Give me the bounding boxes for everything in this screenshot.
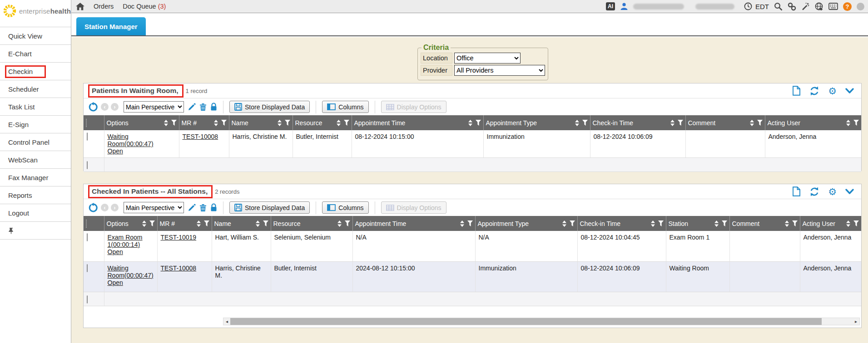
column-header-appointment-type[interactable]: Appointment Type — [483, 115, 590, 130]
filter-icon[interactable] — [853, 220, 859, 226]
sort-icon[interactable] — [846, 120, 850, 126]
sort-icon[interactable] — [214, 120, 218, 126]
column-header-check-in-time[interactable]: Check-in Time — [590, 115, 685, 130]
provider-select[interactable]: All Providers — [454, 65, 545, 76]
column-header-station[interactable]: Station — [666, 216, 729, 231]
new-page-icon[interactable] — [792, 86, 801, 96]
station-timer-link[interactable]: Waiting Room(00:00:47) — [108, 265, 154, 279]
nav-forward-icon[interactable]: › — [111, 204, 119, 211]
sort-icon[interactable] — [278, 120, 282, 126]
location-select[interactable]: Office — [454, 53, 521, 64]
sort-icon[interactable] — [846, 220, 850, 227]
filter-icon[interactable] — [345, 220, 350, 226]
column-header-acting-user[interactable]: Acting User — [800, 216, 861, 231]
open-link[interactable]: Open — [108, 248, 123, 255]
sort-icon[interactable] — [337, 120, 341, 126]
filter-icon[interactable] — [221, 120, 227, 126]
nav-orders[interactable]: Orders — [94, 3, 114, 10]
sort-icon[interactable] — [575, 120, 579, 126]
scroll-left-icon[interactable]: ◂ — [223, 318, 230, 325]
sidebar-item-logout[interactable]: Logout — [0, 204, 71, 222]
gear-icon[interactable]: ⚙ — [828, 86, 837, 96]
sort-icon[interactable] — [651, 220, 655, 227]
undo-icon[interactable] — [89, 203, 99, 213]
keyboard-icon[interactable] — [828, 3, 838, 10]
column-header-appointment-time[interactable]: Appointment Time — [352, 216, 475, 231]
filter-icon[interactable] — [285, 120, 290, 126]
lock-icon[interactable] — [210, 103, 217, 111]
chevron-down-icon[interactable] — [845, 189, 854, 195]
undo-icon[interactable] — [89, 102, 99, 112]
sidebar-item-task-list[interactable]: Task List — [0, 98, 71, 116]
filter-icon[interactable] — [722, 220, 727, 226]
column-header-mr-[interactable]: MR # — [179, 115, 229, 130]
user-icon[interactable] — [620, 2, 628, 10]
mr-number-link[interactable]: TEST-10008 — [161, 265, 197, 272]
nav-back-icon[interactable]: ‹ — [101, 204, 109, 211]
sidebar-item-reports[interactable]: Reports — [0, 186, 71, 204]
filter-icon[interactable] — [658, 220, 664, 226]
sidebar-item-e-sign[interactable]: E-Sign — [0, 116, 71, 133]
home-icon[interactable] — [76, 3, 84, 10]
perspective-select[interactable]: Main Perspective — [124, 202, 184, 213]
chevron-down-icon[interactable] — [845, 88, 854, 94]
ai-badge[interactable]: AI — [606, 2, 615, 10]
column-header-appointment-type[interactable]: Appointment Type — [475, 216, 577, 231]
sort-icon[interactable] — [750, 120, 754, 126]
open-link[interactable]: Open — [108, 147, 123, 155]
column-header-appointment-time[interactable]: Appointment Time — [352, 115, 483, 130]
sidebar-item-control-panel[interactable]: Control Panel — [0, 133, 71, 151]
column-header-mr-[interactable]: MR # — [157, 216, 212, 231]
filter-icon[interactable] — [149, 220, 155, 226]
filter-icon[interactable] — [171, 120, 177, 126]
row-checkbox[interactable] — [87, 161, 88, 169]
filter-icon[interactable] — [476, 120, 481, 126]
columns-button[interactable]: Columns — [322, 101, 368, 113]
delete-trash-icon[interactable] — [199, 203, 207, 212]
sort-icon[interactable] — [670, 120, 675, 126]
store-displayed-data-button[interactable]: Store Displayed Data — [229, 101, 310, 113]
nav-forward-icon[interactable]: › — [111, 103, 119, 111]
column-header-comment[interactable]: Comment — [729, 216, 800, 231]
column-header-name[interactable]: Name — [212, 216, 271, 231]
sort-icon[interactable] — [562, 220, 566, 227]
perspective-select[interactable]: Main Perspective — [124, 101, 184, 113]
sort-icon[interactable] — [256, 220, 260, 227]
sidebar-item-quick-view[interactable]: Quick View — [0, 27, 71, 45]
filter-icon[interactable] — [678, 120, 683, 126]
station-timer-link[interactable]: Waiting Room(00:00:47) — [108, 133, 154, 147]
filter-icon[interactable] — [263, 220, 268, 226]
filter-icon[interactable] — [570, 220, 575, 226]
column-header-comment[interactable]: Comment — [685, 115, 765, 130]
filter-icon[interactable] — [853, 120, 859, 126]
column-header-options[interactable]: Options — [104, 216, 157, 231]
row-checkbox[interactable] — [87, 132, 88, 141]
scroll-right-icon[interactable]: ▸ — [853, 318, 859, 325]
sort-icon[interactable] — [142, 220, 146, 227]
help-icon[interactable]: ? — [843, 2, 852, 11]
sidebar-item-scheduler[interactable]: Scheduler — [0, 80, 71, 98]
sort-icon[interactable] — [164, 120, 168, 126]
sort-icon[interactable] — [337, 220, 342, 227]
sort-icon[interactable] — [460, 220, 464, 227]
edit-pencil-icon[interactable] — [188, 103, 196, 111]
search-icon[interactable] — [774, 2, 783, 11]
edit-pencil-icon[interactable] — [188, 204, 196, 212]
pin-icon[interactable] — [8, 227, 14, 234]
mr-number-link[interactable]: TEST-10019 — [161, 234, 197, 241]
row-checkbox[interactable] — [87, 295, 88, 304]
lock-icon[interactable] — [210, 203, 217, 212]
scrollbar-thumb[interactable] — [230, 318, 822, 325]
filter-icon[interactable] — [792, 220, 798, 226]
station-timer-link[interactable]: Exam Room 1(00:00:14) — [108, 234, 143, 248]
column-header-resource[interactable]: Resource — [293, 115, 352, 130]
tab-station-manager[interactable]: Station Manager — [76, 17, 146, 35]
select-all-checkbox[interactable] — [86, 220, 87, 228]
sidebar-item-webscan[interactable]: WebScan — [0, 151, 71, 169]
filter-icon[interactable] — [757, 120, 763, 126]
column-header-options[interactable]: Options — [104, 115, 179, 130]
row-checkbox[interactable] — [87, 264, 88, 272]
gear-icon[interactable]: ⚙ — [828, 187, 837, 196]
scrollbar-track[interactable] — [230, 318, 853, 325]
sort-icon[interactable] — [468, 120, 472, 126]
